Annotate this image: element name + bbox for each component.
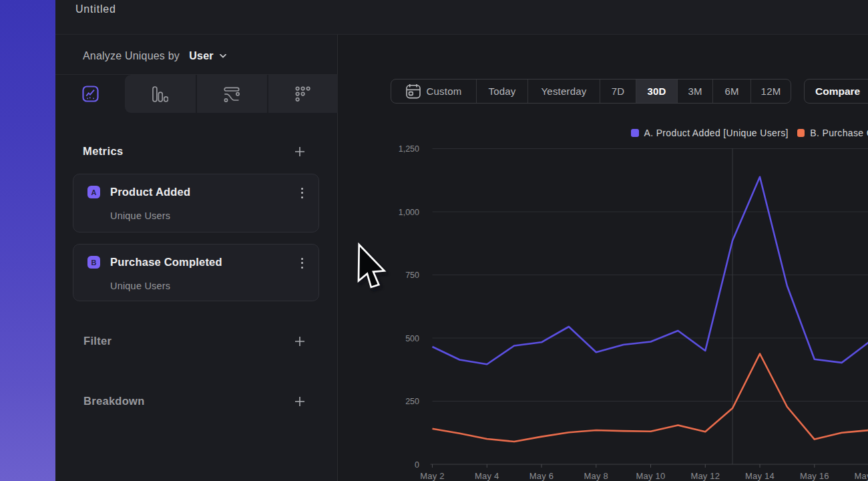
svg-text:1,250: 1,250 [399, 144, 419, 154]
svg-text:500: 500 [405, 334, 419, 343]
svg-text:750: 750 [405, 271, 419, 280]
svg-text:May 10: May 10 [636, 471, 666, 481]
svg-text:1,000: 1,000 [399, 208, 419, 217]
svg-text:250: 250 [405, 397, 419, 406]
svg-text:0: 0 [415, 460, 419, 470]
svg-text:May 16: May 16 [800, 471, 829, 481]
svg-text:May 4: May 4 [475, 471, 499, 481]
svg-text:May 14: May 14 [745, 471, 775, 481]
svg-text:May 18: May 18 [855, 471, 868, 481]
svg-text:May 12: May 12 [690, 471, 720, 481]
svg-text:May 6: May 6 [529, 471, 554, 481]
svg-text:May 2: May 2 [420, 471, 444, 481]
svg-text:May 8: May 8 [584, 471, 608, 481]
